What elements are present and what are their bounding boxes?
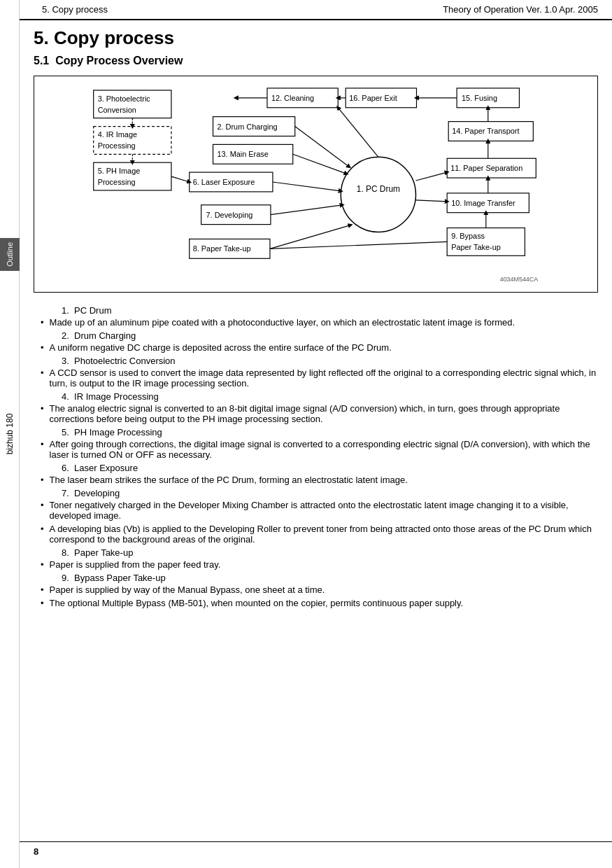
svg-text:1. PC Drum: 1. PC Drum [357,184,400,194]
bullet-item: After going through corrections, the dig… [41,439,598,460]
svg-text:7. Developing: 7. Developing [206,211,253,219]
bullet-text: Made up of an aluminum pipe coated with … [50,317,598,328]
svg-line-40 [271,205,342,215]
svg-point-34 [341,157,415,232]
numbered-item: 2. Drum Charging [62,330,598,341]
diagram-svg: 3. Photoelectric Conversion 4. IR Image … [41,83,590,285]
main-content: 5. Copy process 5.1 Copy Process Overvie… [20,20,612,625]
bullet-text: The laser beam strikes the surface of th… [50,475,598,485]
bullet-item: The optional Multiple Bypass (MB-501), w… [41,598,598,608]
outline-label: Outline [6,242,14,267]
svg-text:Conversion: Conversion [98,106,136,114]
numbered-item: 3. Photoelectric Conversion [62,356,598,366]
diagram-container: 3. Photoelectric Conversion 4. IR Image … [34,76,598,293]
svg-text:6. Laser Exposure: 6. Laser Exposure [193,178,255,186]
svg-text:10. Image Transfer: 10. Image Transfer [451,199,515,207]
bullet-item: A developing bias (Vb) is applied to the… [41,524,598,545]
bullet-item: The laser beam strikes the surface of th… [41,475,598,485]
page-footer: 8 [20,841,612,861]
side-tab: bizhub 180 Outline [0,0,20,868]
bullet-item: Paper is supplied by way of the Manual B… [41,584,598,595]
bullet-text: A developing bias (Vb) is applied to the… [50,524,598,545]
numbered-item: 7. Developing [62,488,598,498]
svg-line-42 [295,127,349,167]
section-title: 5.1 Copy Process Overview [34,55,598,67]
numbered-item: 5. PH Image Processing [62,427,598,438]
bullet-text: Paper is supplied by way of the Manual B… [50,584,598,595]
svg-line-39 [273,182,341,191]
bullet-item: Toner negatively charged in the Develope… [41,500,598,521]
svg-line-54 [270,241,447,248]
svg-text:Processing: Processing [98,178,136,186]
bullet-text: The analog electric signal is converted … [50,403,598,424]
svg-line-46 [338,108,378,158]
chapter-title: 5. Copy process [34,27,598,49]
bullet-item: The analog electric signal is converted … [41,403,598,424]
svg-text:Paper Take-up: Paper Take-up [451,243,501,251]
bullet-item: Paper is supplied from the paper feed tr… [41,559,598,570]
header-left: 5. Copy process [42,4,108,15]
svg-text:Processing: Processing [98,141,136,150]
bullet-item: Made up of an aluminum pipe coated with … [41,317,598,328]
bullet-item: A CCD sensor is used to convert the imag… [41,368,598,388]
header-right: Theory of Operation Ver. 1.0 Apr. 2005 [443,4,598,15]
svg-text:9. Bypass: 9. Bypass [451,232,485,240]
numbered-item: 1. PC Drum [62,305,598,316]
numbered-item: 8. Paper Take-up [62,547,598,558]
bullet-item: A uniform negative DC charge is deposite… [41,342,598,353]
numbered-item: 4. IR Image Processing [62,391,598,402]
outline-tab: Outline [0,238,20,271]
svg-text:5. PH Image: 5. PH Image [98,167,141,175]
side-tab-label: bizhub 180 [5,414,15,455]
svg-text:3. Photoelectric: 3. Photoelectric [98,94,151,103]
svg-text:2. Drum Charging: 2. Drum Charging [217,122,277,131]
bullet-text: After going through corrections, the dig… [50,439,598,460]
svg-text:4. IR Image: 4. IR Image [98,130,137,139]
bullet-text: A uniform negative DC charge is deposite… [50,342,598,353]
svg-line-44 [416,172,448,181]
svg-text:16. Paper Exit: 16. Paper Exit [349,94,397,102]
bullet-text: Toner negatively charged in the Develope… [50,500,598,521]
bullet-text: A CCD sensor is used to convert the imag… [50,368,598,388]
svg-text:13. Main Erase: 13. Main Erase [217,150,268,158]
svg-text:11. Paper Separation: 11. Paper Separation [450,164,522,172]
svg-text:8. Paper Take-up: 8. Paper Take-up [193,244,251,253]
page-header: 5. Copy process Theory of Operation Ver.… [0,0,612,20]
svg-text:14. Paper Transport: 14. Paper Transport [452,127,519,135]
content-list: 1. PC DrumMade up of an aluminum pipe co… [34,305,598,608]
bullet-text: Paper is supplied from the paper feed tr… [50,559,598,570]
svg-line-43 [293,154,346,174]
svg-line-41 [270,225,350,249]
svg-line-45 [416,200,448,202]
numbered-item: 9. Bypass Paper Take-up [62,573,598,583]
svg-text:12. Cleaning: 12. Cleaning [271,94,314,102]
page-number: 8 [34,846,38,857]
numbered-item: 6. Laser Exposure [62,463,598,473]
svg-text:15. Fusing: 15. Fusing [462,94,497,102]
svg-text:4034M544CA: 4034M544CA [500,276,539,283]
svg-line-38 [171,176,190,182]
bullet-text: The optional Multiple Bypass (MB-501), w… [50,598,598,608]
